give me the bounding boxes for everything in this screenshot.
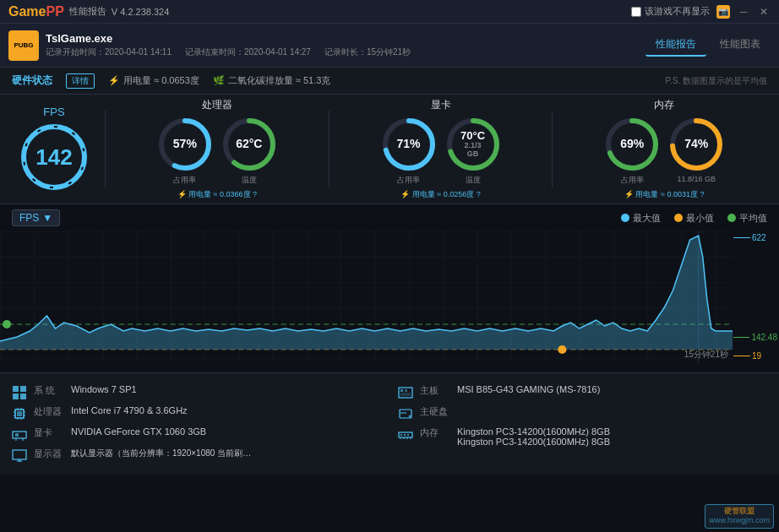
processor-temp-label: 温度 (242, 175, 257, 186)
tab-performance-chart[interactable]: 性能图表 (710, 34, 771, 57)
monitor-label: 显示器 (34, 448, 64, 460)
disk-label: 主硬盘 (420, 405, 450, 418)
memory-total-label: 11.8/16 GB (677, 175, 716, 183)
gpu-usage-label: 占用率 (397, 175, 420, 186)
sys-monitor-row: 显示器 默认显示器（当前分辨率：1920×1080 当前刷新率：1+ (12, 445, 381, 466)
cpu-icon (12, 406, 27, 421)
ram-label: 内存 (420, 426, 450, 439)
no-show-checkbox[interactable]: 该游戏不再显示 (631, 5, 710, 18)
fps-gauge: FPS 142 (12, 106, 96, 193)
legend-min-dot (674, 214, 683, 222)
board-icon (398, 385, 413, 400)
svg-rect-22 (20, 386, 26, 392)
window-controls: 该游戏不再显示 📷 ─ ✕ (631, 5, 771, 19)
sys-os-row: 系 统 Windows 7 SP1 (12, 382, 381, 403)
game-bar: PUBG TslGame.exe 记录开始时间：2020-04-01 14:11… (0, 24, 779, 68)
chart-canvas: 622 142.48 19 15分钟21秒 (0, 231, 779, 362)
game-times: 记录开始时间：2020-04-01 14:11 记录结束时间：2020-04-0… (46, 46, 411, 58)
gpu-temp-value: 70°C 2.1/3 GB (459, 130, 488, 159)
svg-rect-35 (13, 432, 26, 438)
sys-right-col: 主板 MSI B85-G43 GAMING (MS-7816) 主硬盘 (398, 382, 767, 466)
game-info: TslGame.exe 记录开始时间：2020-04-01 14:11 记录结束… (46, 32, 411, 58)
sys-left-col: 系 统 Windows 7 SP1 处理器 Intel Core i7 4790… (12, 382, 381, 466)
chart-area: FPS ▼ 最大值 最小值 平均值 (0, 204, 779, 373)
memory-circles: 69% 占用率 74% 11.8/16 GB (603, 116, 725, 186)
gpu-temp-label: 温度 (466, 175, 481, 186)
board-value: MSI B85-G43 GAMING (MS-7816) (457, 384, 767, 394)
processor-usage-value: 57% (173, 138, 197, 150)
memory-usage-circle: 69% (603, 116, 661, 173)
processor-usage-wrap: 57% 占用率 (156, 116, 214, 186)
metrics-row: FPS 142 处理器 (0, 95, 779, 204)
svg-rect-52 (404, 434, 406, 436)
board-label: 主板 (420, 384, 450, 397)
processor-temp-value: 62°C (236, 138, 262, 150)
processor-energy: ⚡ 用电量 ≈ 0.0366度 ? (177, 189, 258, 200)
svg-rect-26 (17, 411, 22, 416)
hw-detail-button[interactable]: 详情 (66, 73, 95, 89)
title-bar: GamePP 性能报告 V 4.2.238.324 该游戏不再显示 📷 ─ ✕ (0, 0, 779, 24)
start-time: 记录开始时间：2020-04-01 14:11 (46, 46, 172, 58)
monitor-icon (12, 448, 27, 464)
ram-icon (398, 427, 413, 442)
svg-point-19 (558, 345, 566, 354)
os-icon (12, 385, 27, 400)
svg-rect-42 (399, 388, 412, 398)
svg-point-48 (409, 415, 411, 418)
sys-disk-row: 主硬盘 (398, 403, 767, 424)
legend-avg-label: 平均值 (739, 212, 767, 225)
processor-temp-circle: 62°C (221, 116, 278, 173)
processor-usage-label: 占用率 (173, 175, 196, 186)
close-button[interactable]: ✕ (757, 5, 771, 19)
memory-usage-label: 占用率 (621, 175, 644, 186)
legend-max-dot (621, 214, 629, 222)
watermark: 硬管联盟 www.hxwgjm.com (705, 504, 774, 529)
gpu-temp-wrap: 70°C 2.1/3 GB 温度 (444, 116, 502, 186)
memory-title: 内存 (654, 98, 674, 112)
chart-avg-label: 142.48 (751, 333, 777, 342)
duration: 记录时长：15分钟21秒 (324, 46, 411, 58)
minimize-button[interactable]: ─ (737, 5, 750, 19)
chart-svg (0, 231, 733, 362)
game-tabs: 性能报告 性能图表 (646, 34, 771, 57)
memory-total-circle: 74% (667, 116, 725, 173)
gpu-label: 显卡 (34, 426, 64, 439)
os-label: 系 统 (34, 384, 64, 397)
sys-gpu-row: 显卡 NVIDIA GeForce GTX 1060 3GB (12, 424, 381, 445)
hw-bar: 硬件状态 详情 ⚡ 用电量 ≈ 0.0653度 🌿 二氧化碳排放量 ≈ 51.3… (0, 68, 779, 95)
processor-temp-wrap: 62°C 温度 (221, 116, 278, 186)
legend-min: 最小值 (674, 212, 714, 225)
chart-min-label: 19 (752, 351, 761, 361)
chart-time-label: 15分钟21秒 (684, 349, 728, 361)
hw-title: 硬件状态 (12, 73, 52, 88)
memory-group: 内存 69% 占用率 (561, 98, 767, 200)
memory-usage-wrap: 69% 占用率 (603, 116, 661, 186)
os-value: Windows 7 SP1 (71, 384, 381, 394)
processor-group: 处理器 57% 占用率 (114, 98, 320, 200)
legend-min-label: 最小值 (686, 212, 714, 225)
app-version: V 4.2.238.324 (112, 7, 170, 17)
sys-cpu-row: 处理器 Intel Core i7 4790 & 3.6GHz (12, 403, 381, 424)
svg-point-18 (3, 320, 11, 328)
svg-rect-43 (400, 389, 403, 392)
legend-max: 最大值 (621, 212, 661, 225)
screenshot-icon[interactable]: 📷 (716, 5, 730, 19)
no-show-input[interactable] (631, 7, 641, 17)
gpu-circles: 71% 占用率 70°C 2.1/3 GB 温度 (380, 116, 502, 186)
memory-total-wrap: 74% 11.8/16 GB (667, 116, 725, 186)
hw-ps: P.S. 数据图显示的是平均值 (666, 75, 767, 87)
processor-title: 处理器 (202, 98, 232, 112)
game-icon: PUBG (8, 30, 39, 61)
gpu-value: NVIDIA GeForce GTX 1060 3GB (71, 426, 381, 437)
svg-rect-24 (20, 394, 26, 399)
tab-performance-report[interactable]: 性能报告 (646, 34, 706, 57)
legend-max-label: 最大值 (633, 212, 661, 225)
fps-label: FPS (43, 106, 64, 118)
monitor-value: 默认显示器（当前分辨率：1920×1080 当前刷新率：1+ (71, 448, 257, 459)
memory-total-value: 74% (684, 138, 708, 150)
chart-selector[interactable]: FPS ▼ (12, 209, 60, 226)
svg-rect-36 (15, 433, 19, 437)
gpu-usage-circle: 71% (380, 116, 438, 173)
gpu-usage-value: 71% (396, 138, 420, 150)
svg-rect-51 (400, 434, 402, 436)
